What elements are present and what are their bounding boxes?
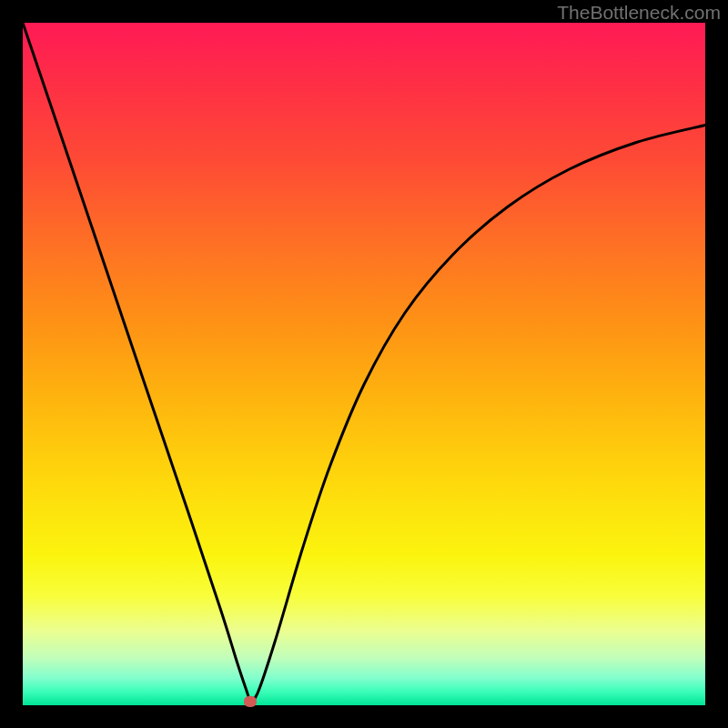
curve-line — [23, 23, 705, 702]
minimum-marker-dot — [244, 696, 257, 707]
watermark-text: TheBottleneck.com — [557, 2, 721, 24]
frame: TheBottleneck.com — [0, 0, 728, 728]
curve-svg — [23, 23, 705, 705]
